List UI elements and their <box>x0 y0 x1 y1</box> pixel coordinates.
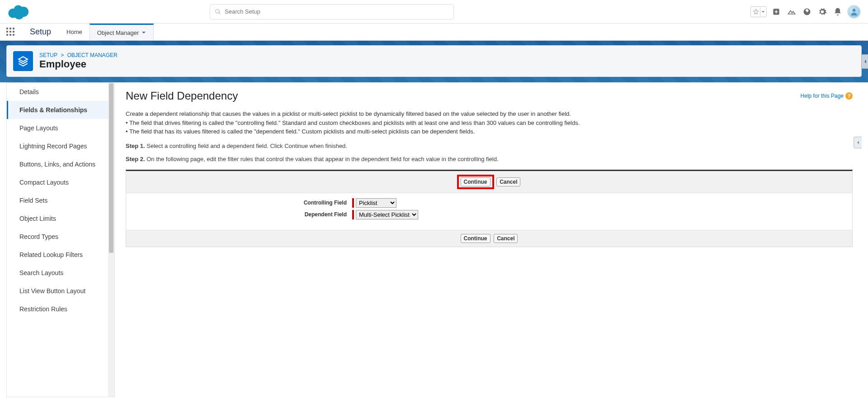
controlling-field-label: Controlling Field <box>126 200 352 206</box>
global-actions-button[interactable] <box>770 6 782 18</box>
favorites-button[interactable] <box>750 6 767 17</box>
help-button[interactable] <box>801 6 813 18</box>
search-input[interactable] <box>225 8 449 15</box>
sidebar-item-buttons-links[interactable]: Buttons, Links, and Actions <box>7 155 114 173</box>
breadcrumb: SETUP > OBJECT MANAGER <box>39 52 118 58</box>
dependent-field-label: Dependent Field <box>126 211 352 218</box>
breadcrumb-setup[interactable]: SETUP <box>39 52 57 58</box>
step2-text: On the following page, edit the filter r… <box>145 156 499 162</box>
svg-point-3 <box>14 10 24 19</box>
help-icon: ? <box>845 92 853 100</box>
sidebar-item-fields[interactable]: Fields & Relationships <box>7 101 114 119</box>
setup-gear-button[interactable] <box>816 6 828 18</box>
search-icon <box>215 9 221 15</box>
step1-text: Select a controlling field and a depende… <box>145 143 347 149</box>
dependent-field-select[interactable]: Multi-Select Picklist <box>356 210 418 219</box>
content-title: New Field Dependency <box>126 90 238 102</box>
sidebar-item-page-layouts[interactable]: Page Layouts <box>7 119 114 137</box>
description-bullet-2: • The field that has its values filtered… <box>126 127 853 136</box>
chevron-down-icon <box>760 8 765 16</box>
cancel-button-top[interactable]: Cancel <box>496 177 520 186</box>
help-link-label: Help for this Page <box>801 93 844 99</box>
sidebar-item-lookup-filters[interactable]: Related Lookup Filters <box>7 246 114 264</box>
step1-label: Step 1. <box>126 143 145 149</box>
left-sidebar: Details Fields & Relationships Page Layo… <box>6 82 115 397</box>
step2-label: Step 2. <box>126 156 145 162</box>
waffle-icon <box>6 28 15 37</box>
search-setup-box[interactable] <box>210 4 454 19</box>
description-intro: Create a dependent relationship that cau… <box>126 110 853 119</box>
user-avatar[interactable] <box>847 5 861 19</box>
tab-home[interactable]: Home <box>59 24 90 40</box>
app-launcher-button[interactable] <box>0 24 22 40</box>
object-icon <box>13 51 33 71</box>
sidebar-item-field-sets[interactable]: Field Sets <box>7 191 114 210</box>
help-for-page-link[interactable]: Help for this Page ? <box>801 92 853 100</box>
description-bullet-1: • The field that drives filtering is cal… <box>126 119 853 128</box>
trailhead-button[interactable] <box>786 6 797 18</box>
page-title-object: Employee <box>39 58 118 70</box>
chevron-down-icon <box>142 30 146 35</box>
right-mini-collapse[interactable] <box>854 137 862 148</box>
svg-point-5 <box>853 9 856 12</box>
sidebar-item-details[interactable]: Details <box>7 83 114 101</box>
sidebar-item-search-layouts[interactable]: Search Layouts <box>7 264 114 282</box>
continue-button-top[interactable]: Continue <box>461 177 491 186</box>
chevron-left-icon <box>863 59 867 64</box>
tab-object-manager-label: Object Manager <box>97 29 139 36</box>
required-indicator <box>352 198 354 208</box>
sidebar-item-compact-layouts[interactable]: Compact Layouts <box>7 173 114 191</box>
controlling-field-select[interactable]: Picklist <box>356 198 396 208</box>
chevron-left-icon <box>856 140 860 145</box>
sidebar-item-restriction-rules[interactable]: Restriction Rules <box>7 300 114 318</box>
tab-object-manager[interactable]: Object Manager <box>90 24 154 40</box>
sidebar-item-listview-button[interactable]: List View Button Layout <box>7 282 114 300</box>
star-icon <box>752 8 760 16</box>
right-panel-collapse[interactable] <box>861 54 868 69</box>
layers-icon <box>17 55 29 67</box>
continue-highlight: Continue <box>457 175 494 189</box>
sidebar-item-record-types[interactable]: Record Types <box>7 228 114 246</box>
continue-button-bottom[interactable]: Continue <box>461 234 491 243</box>
sidebar-scrollbar[interactable] <box>108 83 114 397</box>
required-indicator <box>352 210 354 219</box>
notifications-button[interactable] <box>832 6 844 18</box>
nav-app-title: Setup <box>22 24 59 40</box>
breadcrumb-object-manager[interactable]: OBJECT MANAGER <box>67 52 118 58</box>
cancel-button-bottom[interactable]: Cancel <box>494 234 518 243</box>
sidebar-item-lightning-pages[interactable]: Lightning Record Pages <box>7 137 114 155</box>
sidebar-item-object-limits[interactable]: Object Limits <box>7 210 114 228</box>
salesforce-logo[interactable] <box>7 4 31 20</box>
